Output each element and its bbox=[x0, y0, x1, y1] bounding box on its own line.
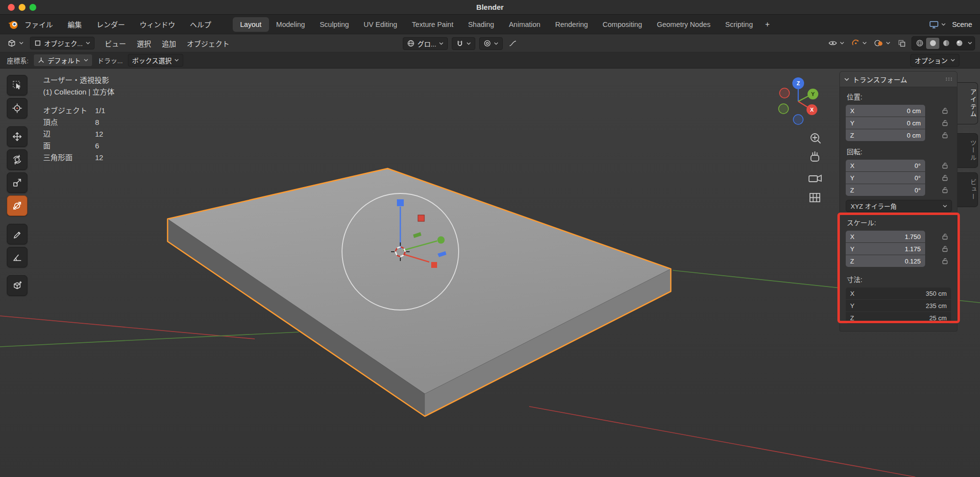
show-gizmo-dropdown[interactable] bbox=[850, 37, 869, 49]
drag-label: ドラッ... bbox=[98, 55, 123, 65]
menu-edit[interactable]: 編集 bbox=[68, 19, 82, 29]
minimize-button[interactable] bbox=[19, 4, 25, 11]
chevron-down-icon bbox=[941, 23, 946, 26]
xray-toggle[interactable] bbox=[896, 37, 908, 49]
shading-dropdown[interactable] bbox=[966, 38, 974, 49]
snap-dropdown[interactable] bbox=[452, 37, 475, 50]
chevron-down-icon bbox=[19, 42, 24, 45]
rotation-z-field[interactable]: Z 0° bbox=[846, 184, 925, 196]
menu-select[interactable]: 選択 bbox=[137, 38, 151, 48]
z-axis-handle[interactable] bbox=[397, 199, 404, 206]
tab-shading[interactable]: Shading bbox=[461, 17, 501, 32]
stat-faces: 面6 bbox=[43, 140, 115, 152]
scale-tool[interactable] bbox=[7, 172, 27, 193]
measure-tool[interactable] bbox=[7, 247, 27, 267]
3d-viewport[interactable]: Z Y X ユーザー・透視投影 bbox=[0, 69, 980, 477]
magnet-icon bbox=[456, 40, 464, 47]
select-box-tool[interactable] bbox=[7, 75, 27, 95]
show-overlays-dropdown[interactable] bbox=[872, 37, 892, 49]
menu-add[interactable]: 追加 bbox=[162, 38, 176, 48]
axis-minus-z-ball[interactable] bbox=[793, 115, 803, 124]
location-y-lock[interactable] bbox=[942, 119, 948, 126]
rotation-x-lock[interactable] bbox=[942, 162, 948, 169]
sidebar-tab-view[interactable]: ビュー bbox=[957, 172, 978, 207]
tab-layout[interactable]: Layout bbox=[233, 17, 269, 32]
location-z-lock[interactable] bbox=[942, 132, 948, 139]
solid-sphere-icon bbox=[929, 39, 937, 47]
rotation-y-row: Y 0° bbox=[846, 172, 951, 184]
object-visibility-dropdown[interactable] bbox=[826, 37, 846, 49]
proportional-editing-dropdown[interactable] bbox=[479, 37, 503, 50]
tab-compositing[interactable]: Compositing bbox=[595, 17, 650, 32]
rotation-y-lock[interactable] bbox=[942, 174, 948, 181]
move-tool[interactable] bbox=[7, 126, 27, 147]
tab-sculpting[interactable]: Sculpting bbox=[312, 17, 356, 32]
rendered-sphere-icon bbox=[956, 39, 963, 47]
close-button[interactable] bbox=[8, 4, 15, 11]
location-x-field[interactable]: X 0 cm bbox=[846, 105, 925, 117]
tab-geometry-nodes[interactable]: Geometry Nodes bbox=[649, 17, 718, 32]
transform-orientation-dropdown[interactable]: グロ... bbox=[403, 37, 448, 50]
y-axis-handle[interactable] bbox=[438, 237, 445, 244]
panel-grip-icon[interactable] bbox=[945, 77, 953, 81]
options-dropdown[interactable]: オプション bbox=[910, 54, 960, 67]
location-x-lock[interactable] bbox=[942, 107, 948, 114]
rotation-x-field[interactable]: X 0° bbox=[846, 160, 925, 171]
location-z-field[interactable]: Z 0 cm bbox=[846, 129, 925, 141]
zoom-button[interactable] bbox=[29, 4, 36, 11]
sidebar-tab-tool[interactable]: ツール bbox=[957, 133, 978, 168]
menu-window[interactable]: ウィンドウ bbox=[140, 19, 175, 29]
axis-minus-x-ball[interactable] bbox=[780, 88, 789, 98]
menu-render[interactable]: レンダー bbox=[97, 19, 125, 29]
add-cube-tool[interactable] bbox=[7, 275, 27, 296]
add-workspace-button[interactable]: + bbox=[760, 17, 774, 32]
shading-wireframe-button[interactable] bbox=[913, 38, 926, 49]
tab-scripting[interactable]: Scripting bbox=[718, 17, 760, 32]
shading-solid-button[interactable] bbox=[926, 38, 939, 49]
menu-file[interactable]: ファイル bbox=[24, 19, 53, 29]
panel-collapse-icon bbox=[844, 78, 849, 81]
camera-view-button[interactable] bbox=[809, 175, 821, 182]
zoom-button[interactable] bbox=[811, 134, 820, 143]
panel-title: トランスフォーム bbox=[853, 74, 907, 84]
shading-material-button[interactable] bbox=[939, 38, 953, 49]
rotation-z-lock[interactable] bbox=[942, 187, 948, 193]
toggle-ortho-button[interactable] bbox=[810, 193, 820, 202]
coordinate-system-dropdown[interactable]: デフォルト bbox=[33, 54, 93, 67]
chevron-down-icon bbox=[968, 42, 972, 45]
tab-uv-editing[interactable]: UV Editing bbox=[356, 17, 405, 32]
tab-rendering[interactable]: Rendering bbox=[548, 17, 595, 32]
annotate-tool[interactable] bbox=[7, 224, 27, 244]
scene-browse-button[interactable] bbox=[927, 18, 948, 31]
tab-modeling[interactable]: Modeling bbox=[269, 17, 313, 32]
tool-settings-bar: 座標系: デフォルト ドラッ... ボックス選択 オプション bbox=[0, 52, 980, 69]
rotation-mode-dropdown[interactable]: XYZ オイラー角 bbox=[846, 200, 952, 212]
x-plane-handle[interactable] bbox=[418, 215, 424, 221]
navigation-gizmo[interactable]: Z Y X bbox=[779, 77, 818, 124]
overlays-icon bbox=[874, 39, 883, 47]
shading-rendered-button[interactable] bbox=[953, 38, 966, 49]
selected-cube-object[interactable] bbox=[168, 168, 671, 416]
transform-panel-header[interactable]: トランスフォーム bbox=[839, 71, 957, 87]
blender-logo-icon[interactable] bbox=[7, 19, 19, 30]
x-axis-handle[interactable] bbox=[431, 262, 437, 268]
material-sphere-icon bbox=[942, 39, 950, 47]
editor-type-button[interactable] bbox=[5, 37, 25, 49]
pan-hand-button[interactable] bbox=[811, 152, 819, 161]
menu-view[interactable]: ビュー bbox=[105, 38, 126, 48]
transform-tool[interactable] bbox=[7, 195, 27, 216]
rotation-y-field[interactable]: Y 0° bbox=[846, 172, 925, 184]
rotate-tool[interactable] bbox=[7, 149, 27, 170]
menu-object[interactable]: オブジェクト bbox=[187, 38, 229, 48]
tab-texture-paint[interactable]: Texture Paint bbox=[405, 17, 461, 32]
select-mode-dropdown[interactable]: ボックス選択 bbox=[128, 54, 184, 67]
falloff-curve-button[interactable] bbox=[507, 37, 519, 50]
sidebar-tab-item[interactable]: アイテム bbox=[957, 82, 978, 124]
cursor-tool[interactable] bbox=[7, 98, 27, 119]
tab-animation[interactable]: Animation bbox=[501, 17, 547, 32]
menu-help[interactable]: ヘルプ bbox=[190, 19, 212, 29]
mode-dropdown[interactable]: オブジェク... bbox=[30, 37, 95, 49]
location-y-field[interactable]: Y 0 cm bbox=[846, 117, 925, 129]
axis-minus-y-ball[interactable] bbox=[779, 104, 788, 114]
app-menubar: ファイル 編集 レンダー ウィンドウ ヘルプ bbox=[24, 19, 211, 29]
